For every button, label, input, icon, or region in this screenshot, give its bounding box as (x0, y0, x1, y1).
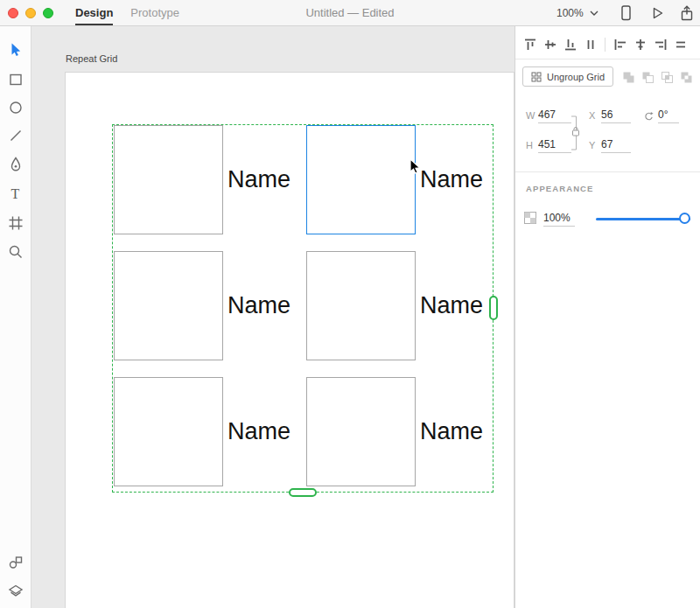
rotation-icon (643, 110, 654, 123)
align-bottom-button[interactable] (560, 35, 580, 54)
subtract-button[interactable] (640, 70, 654, 84)
divider (515, 59, 700, 59)
fullscreen-window-button[interactable] (43, 8, 53, 18)
close-window-button[interactable] (8, 8, 18, 18)
select-arrow-icon (8, 42, 24, 58)
y-input[interactable]: 67 (601, 138, 631, 153)
text-tool-button[interactable]: T (0, 182, 31, 206)
x-input[interactable]: 56 (601, 108, 631, 123)
grid-cell-square[interactable] (114, 125, 223, 234)
alignment-toolbar (520, 35, 690, 54)
boolean-operations (621, 70, 693, 84)
align-top-button[interactable] (520, 35, 540, 54)
grid-cell-name-text[interactable]: Name (228, 291, 290, 319)
opacity-slider-knob[interactable] (679, 213, 690, 224)
window-controls (8, 8, 53, 18)
pen-icon (8, 157, 24, 172)
ellipse-icon (8, 100, 24, 115)
align-bottom-icon (564, 38, 578, 52)
rectangle-tool-button[interactable] (0, 67, 31, 92)
distribute-vertical-icon (674, 38, 688, 52)
align-left-icon (613, 38, 627, 52)
height-label: H (526, 140, 535, 153)
rotation-input[interactable]: 0° (658, 108, 679, 123)
device-preview-button[interactable] (616, 4, 635, 22)
align-center-button[interactable] (630, 35, 650, 54)
height-input[interactable]: 451 (538, 138, 571, 153)
repeat-grid-handle-bottom[interactable] (289, 488, 317, 497)
align-top-icon (523, 38, 537, 52)
artboard-tool-button[interactable] (0, 211, 31, 235)
grid-cell-square[interactable] (306, 251, 416, 360)
intersect-icon (660, 70, 674, 84)
union-icon (621, 70, 635, 84)
line-tool-button[interactable] (0, 123, 31, 148)
grid-cell-name-text[interactable]: Name (228, 165, 290, 193)
grid-cell-square[interactable] (114, 251, 223, 360)
layers-panel-button[interactable] (0, 579, 31, 604)
y-field: Y 67 (589, 138, 631, 153)
pen-tool-button[interactable] (0, 152, 31, 177)
union-button[interactable] (621, 70, 635, 84)
width-input[interactable]: 467 (538, 108, 571, 123)
ungroup-grid-button[interactable]: Ungroup Grid (522, 66, 613, 87)
lock-aspect-icon[interactable] (571, 114, 582, 152)
distribute-horizontal-button[interactable] (580, 35, 600, 54)
appearance-section-header: APPEARANCE (526, 184, 594, 193)
distribute-vertical-button[interactable] (670, 35, 690, 54)
mode-tabs: Design Prototype (75, 0, 179, 26)
divider (605, 38, 606, 52)
zoom-value: 100% (556, 7, 584, 19)
x-label: X (589, 110, 598, 123)
chevron-down-icon (590, 10, 598, 16)
ellipse-tool-button[interactable] (0, 95, 31, 120)
artboard-title[interactable]: Repeat Grid (66, 53, 117, 64)
zoom-dropdown[interactable]: 100% (556, 0, 598, 26)
grid-cell-name-text[interactable]: Name (228, 417, 290, 445)
ungroup-grid-label: Ungroup Grid (547, 72, 605, 82)
minimize-window-button[interactable] (25, 8, 36, 18)
preview-play-button[interactable] (648, 4, 667, 22)
tools-sidebar: T (0, 26, 32, 608)
share-button[interactable] (677, 4, 696, 22)
opacity-slider[interactable] (596, 212, 690, 226)
assets-panel-button[interactable] (0, 550, 31, 575)
grid-cell-square-highlighted[interactable] (306, 125, 416, 234)
tab-design[interactable]: Design (75, 0, 113, 26)
height-field: H 451 (526, 138, 571, 153)
rectangle-icon (8, 72, 24, 87)
grid-cell-square[interactable] (114, 377, 223, 486)
canvas[interactable]: Repeat Grid Name Name Name Name Name Nam… (32, 26, 514, 608)
share-icon (679, 5, 695, 21)
tab-prototype[interactable]: Prototype (130, 0, 179, 26)
align-right-button[interactable] (650, 35, 670, 54)
line-icon (8, 128, 24, 143)
assets-icon (8, 555, 24, 570)
align-middle-button[interactable] (540, 35, 560, 54)
intersect-button[interactable] (660, 70, 674, 84)
width-label: W (526, 110, 535, 123)
opacity-checker-icon (524, 212, 536, 224)
divider (515, 171, 700, 172)
x-field: X 56 (589, 108, 631, 123)
grid-cell-square[interactable] (306, 377, 416, 486)
exclude-button[interactable] (679, 70, 693, 84)
titlebar: Design Prototype Untitled — Edited 100% (0, 0, 700, 26)
grid-cell-name-text[interactable]: Name (420, 291, 483, 319)
opacity-input[interactable]: 100% (543, 212, 575, 227)
repeat-grid-icon (531, 72, 542, 82)
grid-cell-name-text[interactable]: Name (420, 417, 483, 445)
xd-window: Design Prototype Untitled — Edited 100% (0, 0, 700, 608)
zoom-tool-button[interactable] (0, 240, 31, 264)
align-middle-icon (543, 38, 557, 52)
width-field: W 467 (526, 108, 571, 123)
distribute-horizontal-icon (584, 38, 598, 52)
magnifier-icon (8, 244, 24, 260)
select-tool-button[interactable] (0, 38, 31, 62)
property-inspector: Ungroup Grid (514, 26, 700, 608)
opacity-slider-track[interactable] (596, 218, 690, 220)
repeat-grid-handle-right[interactable] (489, 296, 498, 320)
rotation-field: 0° (643, 108, 679, 123)
align-left-button[interactable] (610, 35, 630, 54)
grid-cell-name-text[interactable]: Name (420, 165, 483, 193)
